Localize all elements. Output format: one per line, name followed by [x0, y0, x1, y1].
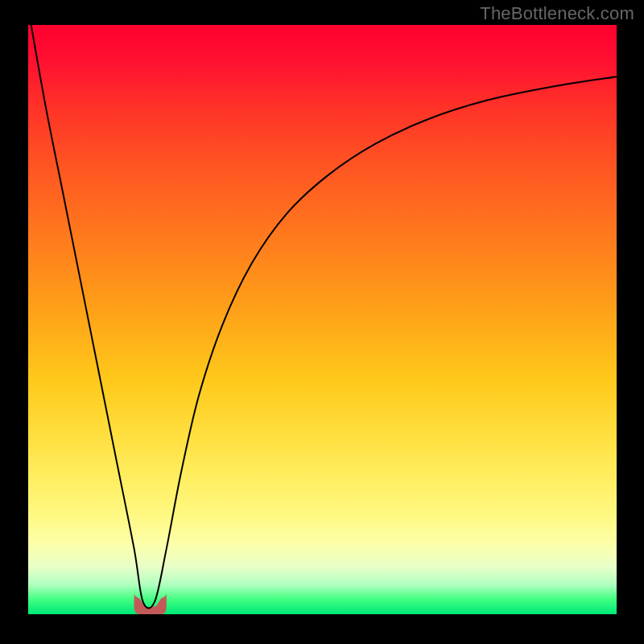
chart-frame: TheBottleneck.com	[0, 0, 644, 644]
watermark-text: TheBottleneck.com	[480, 3, 634, 24]
plot-area	[28, 25, 617, 614]
bottleneck-curve	[28, 25, 617, 613]
